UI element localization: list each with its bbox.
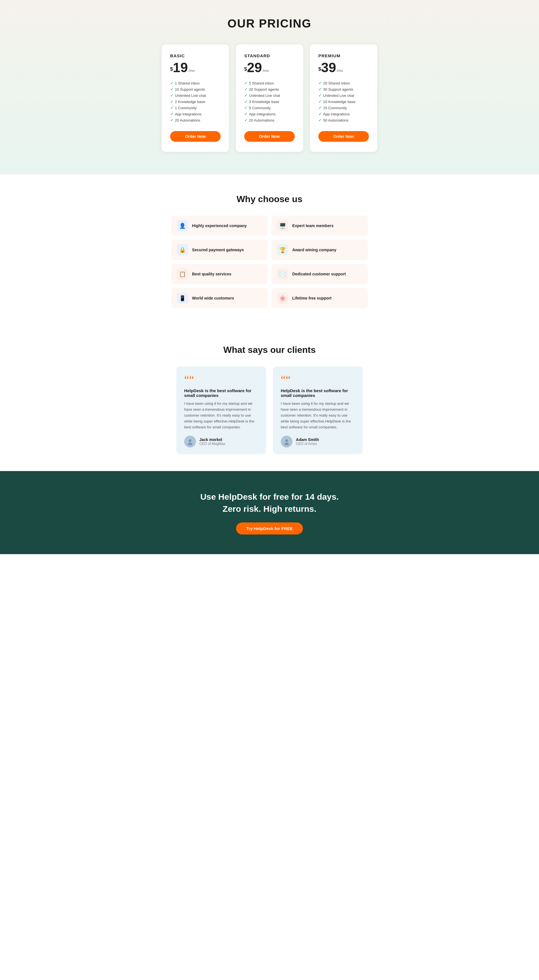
price-dollar-basic: $	[170, 66, 173, 72]
feature-premium-1: 30 Support agents	[318, 86, 369, 92]
why-item-label-0: Highly experienced company	[192, 223, 247, 228]
pricing-section: OUR PRICING BASIC $ 19 /mo 1 Shared inbo…	[0, 0, 539, 174]
testimonial-card-1: ““ HelpDesk is the best software for sma…	[273, 366, 363, 454]
expert-team-icon: 🖥️	[277, 220, 288, 231]
why-item-label-6: World wide customers	[192, 296, 234, 301]
best-quality-icon: 📋	[177, 268, 188, 280]
price-dollar-standard: $	[244, 66, 247, 72]
feature-premium-0: 20 Shared inbox	[318, 80, 369, 86]
clients-title: What says our clients	[6, 345, 533, 355]
cta-title: Use HelpDesk for free for 14 days. Zero …	[6, 491, 533, 515]
feature-basic-2: Unlimited Live chat	[170, 92, 221, 99]
order-btn-premium[interactable]: Order Now	[318, 131, 369, 142]
price-row-premium: $ 39 /mo	[318, 61, 369, 75]
cta-section: Use HelpDesk for free for 14 days. Zero …	[0, 471, 539, 554]
reviewer-1: Adam Smith CEO of Amex	[281, 436, 355, 447]
quote-body-0: I have been using it for my startup and …	[184, 401, 258, 430]
why-item-0: 👤 Highly experienced company	[171, 216, 267, 236]
feature-basic-0: 1 Shared inbox	[170, 80, 221, 86]
lifetime-support-icon: 🌸	[277, 293, 288, 304]
why-item-6: 📱 World wide customers	[171, 288, 267, 308]
price-dollar-premium: $	[318, 66, 321, 72]
feature-basic-4: 1 Community	[170, 105, 221, 111]
plan-name-premium: PREMIUM	[318, 53, 369, 58]
features-basic: 1 Shared inbox 10 Support agents Unlimit…	[170, 80, 221, 123]
reviewer-name-1: Adam Smith	[296, 438, 319, 442]
feature-basic-5: App integrations	[170, 111, 221, 117]
highly-experienced-icon: 👤	[177, 220, 188, 231]
why-item-1: 🖥️ Expert team members	[272, 216, 368, 236]
avatar-1	[281, 436, 293, 447]
feature-basic-1: 10 Support agents	[170, 86, 221, 92]
quote-mark-0: ““	[184, 374, 258, 385]
feature-standard-0: 5 Shared inbox	[244, 80, 295, 86]
pricing-title: OUR PRICING	[6, 17, 533, 30]
reviewer-role-1: CEO of Amex	[296, 442, 319, 446]
why-item-2: 🔒 Secured payment gateways	[171, 240, 267, 260]
why-grid: 👤 Highly experienced company 🖥️ Expert t…	[171, 216, 368, 308]
why-item-label-1: Expert team members	[292, 223, 334, 228]
why-item-label-2: Secured payment gateways	[192, 248, 244, 252]
pricing-cards: BASIC $ 19 /mo 1 Shared inbox 10 Support…	[6, 45, 533, 152]
world-wide-icon: 📱	[177, 293, 188, 304]
clients-section: What says our clients ““ HelpDesk is the…	[0, 325, 539, 471]
quote-body-1: I have been using it for my startup and …	[281, 401, 355, 430]
feature-premium-3: 10 Knowledge base	[318, 99, 369, 105]
why-item-4: 📋 Best quality services	[171, 264, 267, 284]
feature-basic-6: 20 Automations	[170, 117, 221, 123]
why-item-label-4: Best quality services	[192, 272, 231, 276]
why-title: Why choose us	[6, 194, 533, 204]
why-item-label-5: Dedicated customer support	[292, 272, 346, 276]
dedicated-support-icon: ✉️	[277, 268, 288, 280]
why-item-7: 🌸 Lifetime free support	[272, 288, 368, 308]
why-item-5: ✉️ Dedicated customer support	[272, 264, 368, 284]
feature-standard-4: 5 Community	[244, 105, 295, 111]
pricing-card-standard: STANDARD $ 29 /mo 5 Shared inbox 20 Supp…	[236, 45, 303, 152]
feature-standard-1: 20 Support agents	[244, 86, 295, 92]
price-mo-basic: /mo	[188, 68, 195, 73]
feature-premium-2: Unlimited Live chat	[318, 92, 369, 99]
why-item-label-7: Lifetime free support	[292, 296, 332, 301]
quote-mark-1: ““	[281, 374, 355, 385]
cta-button[interactable]: Try HelpDesk for FREE	[236, 522, 303, 535]
secured-payment-icon: 🔒	[177, 244, 188, 255]
reviewer-0: Jack morkel CEO of MagMax	[184, 436, 258, 447]
cta-title-line2: Zero risk. High returns.	[223, 504, 316, 514]
feature-premium-5: App integrations	[318, 111, 369, 117]
price-amount-standard: 29	[247, 61, 262, 75]
features-standard: 5 Shared inbox 20 Support agents Unlimit…	[244, 80, 295, 123]
quote-title-0: HelpDesk is the best software for small …	[184, 388, 258, 398]
feature-standard-3: 3 Knowledge base	[244, 99, 295, 105]
pricing-card-basic: BASIC $ 19 /mo 1 Shared inbox 10 Support…	[162, 45, 229, 152]
svg-point-3	[285, 443, 289, 445]
feature-standard-5: App integrations	[244, 111, 295, 117]
feature-premium-4: 15 Community	[318, 105, 369, 111]
feature-standard-6: 20 Automations	[244, 117, 295, 123]
reviewer-role-0: CEO of MagMax	[199, 442, 225, 446]
why-item-label-3: Award wining company	[292, 248, 336, 252]
price-row-basic: $ 19 /mo	[170, 61, 221, 75]
quote-title-1: HelpDesk is the best software for small …	[281, 388, 355, 398]
svg-point-0	[189, 439, 191, 442]
feature-premium-6: 50 Automations	[318, 117, 369, 123]
price-amount-basic: 19	[173, 61, 188, 75]
why-section: Why choose us 👤 Highly experienced compa…	[0, 174, 539, 325]
svg-point-1	[188, 443, 192, 445]
price-row-standard: $ 29 /mo	[244, 61, 295, 75]
cta-title-line1: Use HelpDesk for free for 14 days.	[200, 492, 339, 501]
avatar-0	[184, 436, 196, 447]
feature-basic-3: 2 Knowledge base	[170, 99, 221, 105]
testimonials-grid: ““ HelpDesk is the best software for sma…	[6, 366, 533, 454]
price-amount-premium: 39	[321, 61, 336, 75]
svg-point-2	[285, 439, 288, 442]
order-btn-standard[interactable]: Order Now	[244, 131, 295, 142]
plan-name-basic: BASIC	[170, 53, 221, 58]
order-btn-basic[interactable]: Order Now	[170, 131, 221, 142]
testimonial-card-0: ““ HelpDesk is the best software for sma…	[176, 366, 266, 454]
features-premium: 20 Shared inbox 30 Support agents Unlimi…	[318, 80, 369, 123]
award-winning-icon: 🏆	[277, 244, 288, 255]
feature-standard-2: Unlimited Live chat	[244, 92, 295, 99]
why-item-3: 🏆 Award wining company	[272, 240, 368, 260]
pricing-card-premium: PREMIUM $ 39 /mo 20 Shared inbox 30 Supp…	[310, 45, 377, 152]
reviewer-name-0: Jack morkel	[199, 438, 225, 442]
